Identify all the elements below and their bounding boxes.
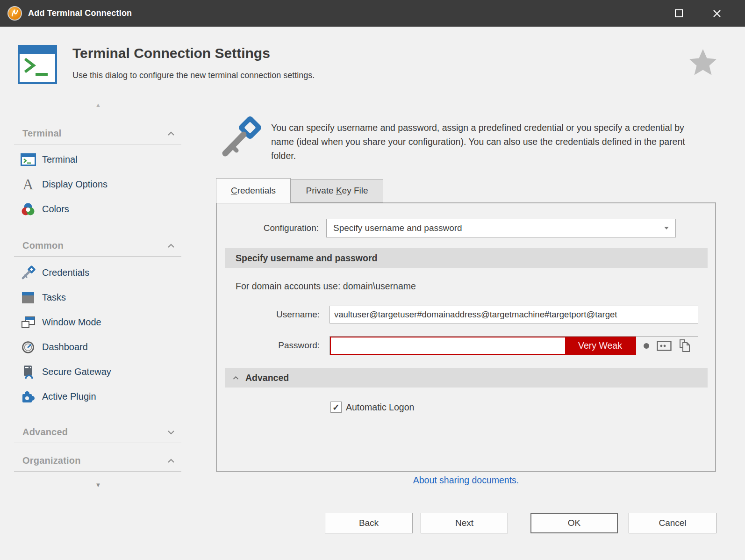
sidebar-item-secure-gateway[interactable]: Secure Gateway: [14, 359, 181, 384]
scroll-down-icon: ▼: [95, 481, 101, 488]
sidebar-item-colors[interactable]: Colors: [14, 197, 181, 222]
secure-gateway-icon: [20, 365, 36, 380]
sidebar-item-window-mode[interactable]: Window Mode: [14, 310, 181, 335]
sidebar-item-label: Tasks: [42, 292, 66, 303]
close-icon: [713, 9, 721, 18]
section-header-title: Specify username and password: [236, 253, 377, 264]
tasks-icon: [20, 290, 36, 305]
password-label: Password:: [225, 336, 320, 355]
chevron-down-icon: [167, 430, 175, 435]
configuration-select[interactable]: Specify username and password: [326, 219, 676, 237]
configuration-label: Configuration:: [225, 219, 319, 237]
terminal-icon: [20, 152, 36, 167]
sidebar-item-label: Dashboard: [42, 342, 88, 352]
section-label: Organization: [22, 455, 81, 466]
configuration-value: Specify username and password: [333, 223, 664, 233]
favorite-star-icon[interactable]: [688, 48, 717, 78]
tab-credentials[interactable]: Credentials: [216, 178, 291, 203]
username-input[interactable]: [330, 306, 698, 323]
password-field-group: Very Weak: [330, 336, 698, 355]
sidebar-item-label: Active Plugin: [42, 391, 96, 402]
sidebar-item-label: Secure Gateway: [42, 366, 111, 377]
sidebar-scroll-up[interactable]: ▲: [14, 101, 182, 108]
titlebar: Add Terminal Connection: [0, 0, 745, 27]
window-title: Add Terminal Connection: [28, 0, 132, 27]
terminal-header-icon: [18, 45, 57, 84]
back-button[interactable]: Back: [325, 513, 413, 533]
puzzle-icon: [20, 389, 36, 404]
credentials-panel: Configuration: Specify username and pass…: [216, 202, 716, 472]
sidebar-item-display-options[interactable]: A Display Options: [14, 172, 181, 197]
colors-icon: [20, 202, 36, 217]
section-header-specify: Specify username and password: [225, 248, 708, 268]
section-label: Common: [22, 240, 64, 251]
ok-button[interactable]: OK: [530, 513, 618, 533]
sidebar-section-common[interactable]: Common: [14, 235, 181, 257]
next-button[interactable]: Next: [421, 513, 508, 533]
share-link-row: About sharing documents.: [216, 475, 716, 486]
sidebar-item-tasks[interactable]: Tasks: [14, 285, 181, 310]
password-validation-frame: Very Weak: [330, 337, 636, 355]
dropdown-arrow-icon: [664, 227, 669, 230]
cancel-button[interactable]: Cancel: [629, 513, 716, 533]
sidebar-section-advanced[interactable]: Advanced: [14, 422, 181, 443]
sidebar: ▲ Terminal Terminal A Display Options: [14, 101, 182, 503]
maximize-button[interactable]: [666, 0, 692, 27]
page-subtitle: Use this dialog to configure the new ter…: [72, 71, 315, 80]
about-sharing-documents-link[interactable]: About sharing documents.: [413, 475, 519, 485]
password-strength-badge: Very Weak: [565, 337, 635, 354]
copy-password-icon[interactable]: [679, 339, 691, 353]
key-info-icon: [218, 116, 263, 163]
dashboard-icon: [20, 340, 36, 355]
password-dot-icon[interactable]: [643, 343, 650, 349]
app-icon: [7, 6, 22, 21]
sidebar-section-terminal[interactable]: Terminal: [14, 123, 181, 144]
sidebar-scroll-down[interactable]: ▼: [14, 481, 182, 488]
sidebar-item-label: Display Options: [42, 179, 107, 190]
chevron-up-icon: [167, 459, 175, 463]
section-label: Advanced: [22, 427, 68, 438]
credentials-info-text: You can specify username and password, a…: [271, 121, 706, 163]
advanced-section-header[interactable]: Advanced: [225, 368, 708, 388]
sidebar-item-dashboard[interactable]: Dashboard: [14, 335, 181, 359]
reveal-password-icon[interactable]: [657, 341, 672, 351]
sidebar-item-terminal[interactable]: Terminal: [14, 147, 181, 172]
terminal-header-icon-bar: [20, 47, 55, 54]
scroll-up-icon: ▲: [95, 101, 101, 108]
advanced-title: Advanced: [245, 373, 289, 383]
chevron-up-icon: [167, 244, 175, 248]
sidebar-item-active-plugin[interactable]: Active Plugin: [14, 384, 181, 409]
domain-hint-text: For domain accounts use: domain\username: [236, 281, 416, 292]
tab-label: Credentials: [231, 186, 276, 196]
chevron-up-icon: [167, 131, 175, 136]
automatic-logon-label: Automatic Logon: [346, 402, 414, 413]
sidebar-item-label: Terminal: [42, 154, 78, 165]
maximize-icon: [675, 9, 683, 17]
key-icon: [20, 266, 36, 280]
close-button[interactable]: [704, 0, 730, 27]
page-title: Terminal Connection Settings: [72, 45, 270, 61]
sidebar-item-credentials[interactable]: Credentials: [14, 260, 181, 285]
sidebar-item-label: Colors: [42, 204, 69, 215]
sidebar-section-organization[interactable]: Organization: [14, 450, 181, 472]
font-icon: A: [20, 177, 36, 192]
tab-private-key-file[interactable]: Private Key File: [291, 179, 383, 202]
window-mode-icon: [20, 315, 36, 330]
collapse-chevron-icon: [233, 376, 239, 380]
username-label: Username:: [225, 305, 320, 324]
password-input[interactable]: [331, 337, 565, 354]
check-icon: ✓: [332, 403, 340, 412]
sidebar-item-label: Credentials: [42, 267, 89, 278]
password-tools: [636, 337, 698, 355]
automatic-logon-row[interactable]: ✓ Automatic Logon: [330, 402, 414, 413]
tab-label: Private Key File: [306, 186, 368, 196]
sidebar-item-label: Window Mode: [42, 317, 101, 328]
automatic-logon-checkbox[interactable]: ✓: [330, 402, 342, 413]
section-label: Terminal: [22, 128, 61, 139]
